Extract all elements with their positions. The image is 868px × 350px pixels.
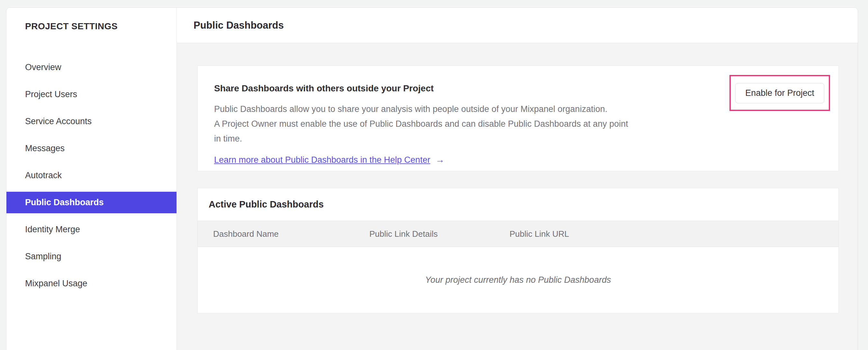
empty-state-row: Your project currently has no Public Das… <box>198 247 838 313</box>
help-center-link[interactable]: Learn more about Public Dashboards in th… <box>214 155 430 165</box>
sidebar-item-messages[interactable]: Messages <box>6 138 177 159</box>
enable-for-project-button[interactable]: Enable for Project <box>735 83 824 103</box>
sidebar-item-mixpanel-usage[interactable]: Mixpanel Usage <box>6 273 177 294</box>
share-dashboards-card: Share Dashboards with others outside you… <box>197 66 839 171</box>
sidebar-item-identity-merge[interactable]: Identity Merge <box>6 219 177 240</box>
sidebar-item-overview[interactable]: Overview <box>6 57 177 78</box>
description-line: in time. <box>214 131 838 146</box>
main-area: Public Dashboards Share Dashboards with … <box>177 8 858 350</box>
settings-nav: OverviewProject UsersService AccountsMes… <box>6 57 177 294</box>
page-body: Share Dashboards with others outside you… <box>177 43 858 350</box>
empty-state-message: Your project currently has no Public Das… <box>425 275 611 285</box>
page-title: Public Dashboards <box>193 20 284 31</box>
sidebar-item-autotrack[interactable]: Autotrack <box>6 165 177 186</box>
arrow-right-icon: → <box>435 155 444 165</box>
help-center-link-row: Learn more about Public Dashboards in th… <box>214 155 838 165</box>
column-header-public-link-url: Public Link URL <box>509 229 838 239</box>
active-card-title-row: Active Public Dashboards <box>198 188 838 221</box>
project-settings-panel: PROJECT SETTINGS OverviewProject UsersSe… <box>6 7 858 350</box>
settings-sidebar: PROJECT SETTINGS OverviewProject UsersSe… <box>6 8 177 350</box>
column-header-public-link-details: Public Link Details <box>369 229 509 239</box>
column-header-dashboard-name: Dashboard Name <box>213 229 369 239</box>
sidebar-item-sampling[interactable]: Sampling <box>6 246 177 267</box>
description-line: A Project Owner must enable the use of P… <box>214 116 838 131</box>
dashboards-table-header: Dashboard Name Public Link Details Publi… <box>198 221 838 247</box>
active-card-title: Active Public Dashboards <box>209 199 324 210</box>
highlight-annotation-box: Enable for Project <box>730 75 830 111</box>
sidebar-item-public-dashboards[interactable]: Public Dashboards <box>6 192 177 213</box>
sidebar-item-service-accounts[interactable]: Service Accounts <box>6 111 177 132</box>
sidebar-item-project-users[interactable]: Project Users <box>6 84 177 105</box>
page-header: Public Dashboards <box>177 8 858 43</box>
active-dashboards-card: Active Public Dashboards Dashboard Name … <box>197 188 839 313</box>
sidebar-title: PROJECT SETTINGS <box>6 21 177 32</box>
